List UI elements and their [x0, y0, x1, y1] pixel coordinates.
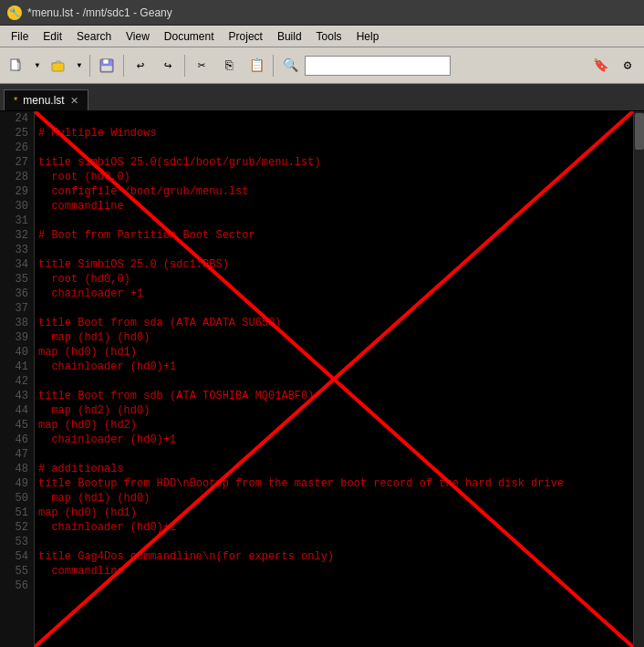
- scrollbar-thumb[interactable]: [635, 113, 644, 150]
- code-line: map (hd0) (hd1): [38, 506, 629, 520]
- new-file-button[interactable]: [4, 53, 29, 78]
- code-line: map (hd2) (hd0): [38, 403, 629, 418]
- code-line: chainloader (hd0)+1: [38, 360, 629, 374]
- line-number: 55: [0, 564, 34, 579]
- svg-rect-6: [101, 66, 112, 71]
- line-number: 47: [0, 447, 34, 462]
- line-number: 26: [0, 141, 34, 155]
- cut-button[interactable]: ✂: [189, 53, 214, 78]
- line-number: 50: [0, 491, 34, 506]
- copy-button[interactable]: ⎘: [216, 53, 242, 78]
- menu-view[interactable]: View: [119, 28, 157, 45]
- line-numbers-gutter: 2425262728293031323334353637383940414243…: [0, 111, 35, 647]
- code-line: [38, 579, 629, 593]
- open-file-dropdown[interactable]: ▼: [73, 53, 86, 78]
- code-line: title Boot from sda (ATA ADATA SU650): [38, 316, 629, 330]
- tab-label: menu.lst: [23, 94, 64, 107]
- title-bar: 🔧 *menu.lst - /mnt/sdc1 - Geany: [0, 0, 644, 26]
- separator-2: [123, 55, 124, 77]
- line-number: 32: [0, 228, 34, 243]
- line-number: 45: [0, 418, 34, 433]
- line-number: 56: [0, 579, 34, 593]
- menu-bar: File Edit Search View Document Project B…: [0, 26, 644, 47]
- tab-modified-icon: *: [14, 95, 17, 106]
- editor-area: 2425262728293031323334353637383940414243…: [0, 111, 644, 647]
- line-number: 40: [0, 345, 34, 360]
- code-line: [38, 111, 629, 126]
- code-line: [38, 243, 629, 257]
- line-number: 53: [0, 535, 34, 549]
- settings-button[interactable]: ⚙: [615, 53, 640, 78]
- new-file-dropdown[interactable]: ▼: [31, 53, 44, 78]
- separator-4: [273, 55, 274, 77]
- line-number: 31: [0, 214, 34, 228]
- line-number: 30: [0, 199, 34, 214]
- line-number: 37: [0, 301, 34, 316]
- code-line: title Gag4Dos commandline\n(for experts …: [38, 549, 629, 564]
- menu-build[interactable]: Build: [270, 28, 309, 45]
- bookmark-button[interactable]: 🔖: [587, 53, 613, 78]
- search-input[interactable]: [305, 56, 451, 76]
- separator-1: [89, 55, 90, 77]
- code-line: title simbiOS 25.0(sdc1/boot/grub/menu.l…: [38, 155, 629, 170]
- menu-search[interactable]: Search: [69, 28, 119, 45]
- code-line: [38, 214, 629, 228]
- line-number: 48: [0, 462, 34, 476]
- code-line: [38, 374, 629, 389]
- line-number: 51: [0, 506, 34, 520]
- code-line: # additionals: [38, 462, 629, 476]
- open-file-button[interactable]: [46, 53, 71, 78]
- code-line: commandline: [38, 564, 629, 579]
- find-button[interactable]: 🔍: [277, 53, 303, 78]
- code-line: map (hd1) (hd0): [38, 491, 629, 506]
- line-number: 52: [0, 520, 34, 535]
- code-line: map (hd0) (hd1): [38, 345, 629, 360]
- line-number: 27: [0, 155, 34, 170]
- code-line: chainloader (hd0)+1: [38, 433, 629, 447]
- menu-edit[interactable]: Edit: [36, 28, 69, 45]
- line-number: 54: [0, 549, 34, 564]
- line-number: 38: [0, 316, 34, 330]
- code-line: title Boot from sdb (ATA TOSHIBA MQ01ABF…: [38, 389, 629, 403]
- line-number: 34: [0, 257, 34, 272]
- paste-button[interactable]: 📋: [244, 53, 269, 78]
- undo-button[interactable]: ↩: [128, 53, 153, 78]
- line-number: 41: [0, 360, 34, 374]
- line-number: 29: [0, 184, 34, 199]
- menu-tools[interactable]: Tools: [309, 28, 349, 45]
- line-number: 36: [0, 287, 34, 301]
- menu-help[interactable]: Help: [349, 28, 387, 45]
- redo-button[interactable]: ↪: [155, 53, 181, 78]
- line-number: 39: [0, 330, 34, 345]
- tab-close-button[interactable]: ✕: [70, 95, 78, 107]
- code-line: [38, 301, 629, 316]
- line-number: 24: [0, 111, 34, 126]
- code-editor[interactable]: # Multiple Windows title simbiOS 25.0(sd…: [35, 111, 633, 647]
- code-line: [38, 141, 629, 155]
- code-line: commandline: [38, 199, 629, 214]
- code-line: title SimbiOS 25.0 (sdc1:PBS): [38, 257, 629, 272]
- vertical-scrollbar[interactable]: [633, 111, 644, 647]
- menu-project[interactable]: Project: [222, 28, 270, 45]
- code-line: root (hd0,0): [38, 170, 629, 184]
- svg-rect-5: [103, 59, 109, 64]
- line-number: 42: [0, 374, 34, 389]
- code-line: title Bootup from HDD\nBootup from the m…: [38, 476, 629, 491]
- code-line: configfile /boot/grub/menu.lst: [38, 184, 629, 199]
- editor-tab[interactable]: * menu.lst ✕: [4, 89, 88, 110]
- save-button[interactable]: [94, 53, 119, 78]
- line-number: 25: [0, 126, 34, 141]
- code-line: # Multiple Windows: [38, 126, 629, 141]
- line-number: 44: [0, 403, 34, 418]
- tab-bar: * menu.lst ✕: [0, 84, 644, 111]
- menu-file[interactable]: File: [4, 28, 36, 45]
- toolbar: ▼ ▼ ↩ ↪ ✂ ⎘ 📋 🔍 🔖 ⚙: [0, 47, 644, 84]
- separator-3: [184, 55, 185, 77]
- app-icon: 🔧: [7, 5, 22, 20]
- line-number: 35: [0, 272, 34, 287]
- window-title: *menu.lst - /mnt/sdc1 - Geany: [27, 6, 172, 19]
- menu-document[interactable]: Document: [157, 28, 222, 45]
- code-line: # Boot from Partition Boot Sector: [38, 228, 629, 243]
- line-number: 43: [0, 389, 34, 403]
- line-number: 46: [0, 433, 34, 447]
